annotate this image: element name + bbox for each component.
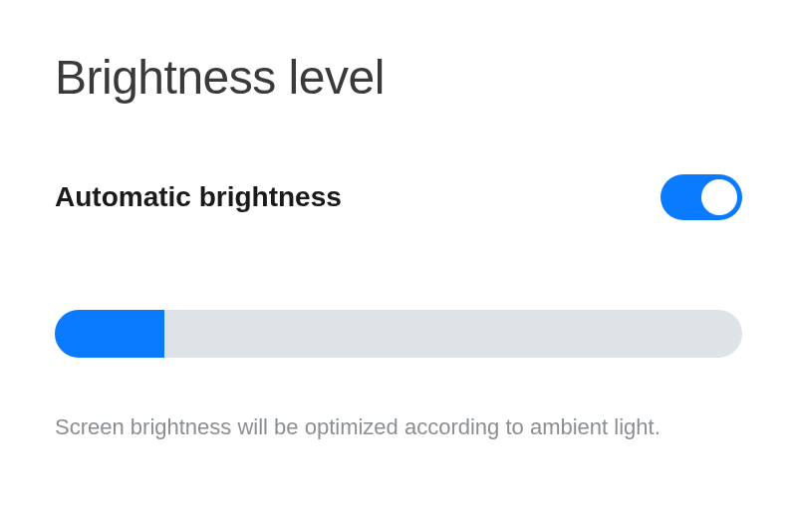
toggle-thumb-icon	[701, 179, 737, 215]
brightness-slider[interactable]	[55, 310, 742, 358]
brightness-slider-fill	[55, 310, 164, 358]
brightness-description: Screen brightness will be optimized acco…	[55, 412, 742, 443]
auto-brightness-row: Automatic brightness	[55, 174, 742, 220]
auto-brightness-label: Automatic brightness	[55, 181, 342, 213]
auto-brightness-toggle[interactable]	[661, 174, 742, 220]
page-title: Brightness level	[55, 50, 742, 105]
